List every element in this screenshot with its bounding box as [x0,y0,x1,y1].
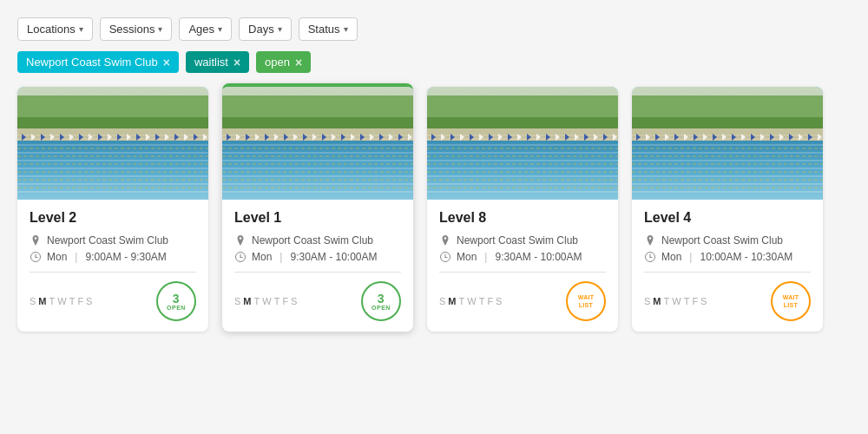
location-name: Newport Coast Swim Club [47,234,168,247]
card-title: Level 8 [439,210,606,226]
filter-dropdown-sessions[interactable]: Sessions▾ [100,17,173,41]
close-icon[interactable]: × [163,56,170,69]
day-indicator: S [86,296,93,306]
cards-container: Level 2 Newport Coast Swim Club Mon | 9:… [17,87,851,332]
day-indicator: T [684,296,691,306]
days-row: SMTWTFS [234,296,298,306]
day-indicator: T [274,296,281,306]
filter-dropdown-locations[interactable]: Locations▾ [17,17,93,41]
day-indicator: S [644,296,651,306]
clock-icon [234,251,247,263]
chevron-down-icon: ▾ [218,24,222,34]
swim-class-card[interactable]: Level 4 Newport Coast Swim Club Mon | 10… [632,87,823,332]
day-indicator: S [30,296,36,306]
day-indicator: T [459,296,466,306]
swim-class-card[interactable]: Level 8 Newport Coast Swim Club Mon | 9:… [427,87,618,332]
card-divider [30,272,196,273]
chevron-down-icon: ▾ [278,24,282,34]
card-footer: SMTWTFSWAITLIST [644,281,811,321]
open-count: 3 [173,293,180,305]
location-name: Newport Coast Swim Club [457,234,578,247]
location-icon [234,234,247,247]
filter-dropdown-days[interactable]: Days▾ [239,17,292,41]
time-row: Mon | 9:30AM - 10:00AM [439,251,606,263]
location-icon [644,234,656,247]
open-count: 3 [378,293,385,305]
swim-class-card[interactable]: Level 1 Newport Coast Swim Club Mon | 9:… [222,83,413,332]
card-title: Level 4 [644,210,811,226]
filter-tag-open-tag[interactable]: open× [256,51,311,73]
day-label: Mon [457,251,477,263]
day-indicator: F [487,296,494,306]
day-indicator: M [243,296,252,306]
time-range: 9:30AM - 10:00AM [290,251,377,263]
card-image [632,87,823,200]
card-footer: SMTWTFS3OPEN [30,281,196,321]
location-row: Newport Coast Swim Club [439,234,606,247]
day-indicator: M [38,296,47,306]
location-icon [30,234,42,247]
status-badge: 3OPEN [361,281,401,321]
status-badge: 3OPEN [156,281,196,321]
day-indicator: S [291,296,298,306]
time-row: Mon | 10:00AM - 10:30AM [644,251,811,263]
day-indicator: W [57,296,67,306]
location-row: Newport Coast Swim Club [30,234,196,247]
day-indicator: W [672,296,681,306]
day-indicator: F [282,296,289,306]
clock-icon [439,251,451,263]
svg-rect-67 [222,141,413,200]
card-image [17,87,208,200]
status-label: WAITLIST [578,293,595,309]
status-badge: WAITLIST [566,281,606,321]
card-info: Newport Coast Swim Club Mon | 9:30AM - 1… [234,234,401,263]
clock-icon [644,251,656,263]
card-title: Level 1 [234,210,401,226]
day-indicator: T [664,296,671,306]
swim-class-card[interactable]: Level 2 Newport Coast Swim Club Mon | 9:… [17,87,208,332]
day-indicator: T [254,296,261,306]
day-indicator: M [448,296,457,306]
card-footer: SMTWTFSWAITLIST [439,281,606,321]
card-divider [234,272,401,273]
filter-dropdown-ages[interactable]: Ages▾ [179,17,232,41]
location-row: Newport Coast Swim Club [644,234,811,247]
chevron-down-icon: ▾ [158,24,162,34]
time-row: Mon | 9:30AM - 10:00AM [234,251,401,263]
filter-dropdown-status[interactable]: Status▾ [299,17,358,41]
svg-rect-25 [17,141,208,200]
card-info: Newport Coast Swim Club Mon | 10:00AM - … [644,234,811,263]
day-label: Mon [661,251,681,263]
location-name: Newport Coast Swim Club [661,234,783,247]
day-indicator: S [700,296,707,306]
day-indicator: F [692,296,699,306]
close-icon[interactable]: × [295,56,302,69]
day-label: Mon [47,251,67,263]
card-image [427,87,618,200]
status-badge: WAITLIST [771,281,811,321]
status-label: WAITLIST [783,293,799,309]
card-image [222,87,413,200]
days-row: SMTWTFS [644,296,707,306]
status-label: OPEN [372,305,391,311]
card-title: Level 2 [30,210,196,226]
filter-tag-location-tag[interactable]: Newport Coast Swim Club× [17,51,179,73]
chevron-down-icon: ▾ [344,24,348,34]
filter-bar: Locations▾Sessions▾Ages▾Days▾Status▾ [17,17,851,41]
day-indicator: T [49,296,56,306]
day-indicator: T [69,296,76,306]
day-indicator: M [653,296,661,306]
day-indicator: S [234,296,241,306]
card-info: Newport Coast Swim Club Mon | 9:30AM - 1… [439,234,606,263]
card-body: Level 2 Newport Coast Swim Club Mon | 9:… [17,200,208,332]
day-indicator: F [77,296,84,306]
clock-icon [30,251,42,263]
svg-rect-109 [427,141,618,200]
time-row: Mon | 9:00AM - 9:30AM [30,251,196,263]
card-body: Level 8 Newport Coast Swim Club Mon | 9:… [427,200,618,332]
time-range: 10:00AM - 10:30AM [700,251,792,263]
filter-tag-waitlist-tag[interactable]: waitlist× [186,51,249,73]
close-icon[interactable]: × [233,56,240,69]
card-info: Newport Coast Swim Club Mon | 9:00AM - 9… [30,234,196,263]
active-filters: Newport Coast Swim Club×waitlist×open× [17,51,851,73]
